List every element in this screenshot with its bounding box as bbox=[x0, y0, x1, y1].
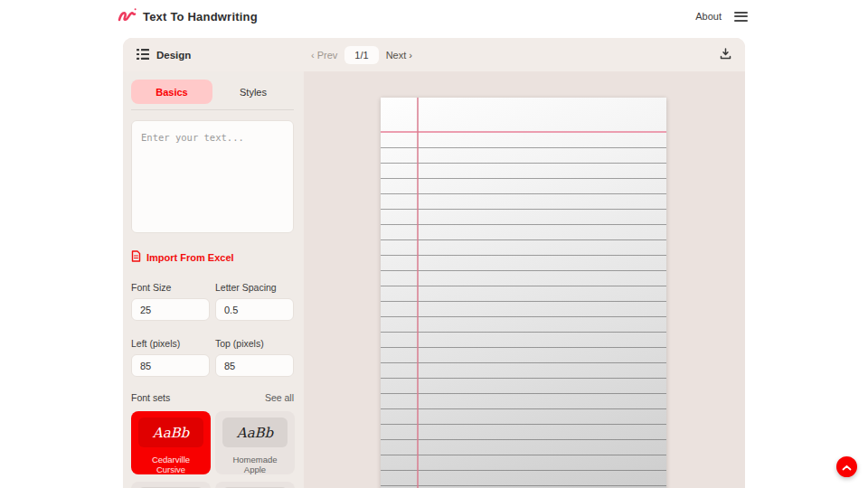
font-sample-text: AaBb bbox=[153, 425, 189, 441]
top-pixels-label: Top (pixels) bbox=[215, 338, 294, 349]
tab-basics[interactable]: Basics bbox=[131, 80, 212, 104]
app-container: Design ‹ Prev 1/1 Next › bbox=[123, 38, 745, 488]
toolbar-right bbox=[720, 48, 731, 62]
content: Basics Styles Import From Excel bbox=[123, 71, 745, 488]
pagination: ‹ Prev 1/1 Next › bbox=[311, 38, 412, 71]
header-actions: About bbox=[695, 11, 748, 22]
font-sample-swatch: AaBb bbox=[222, 418, 288, 447]
hamburger-menu-icon[interactable] bbox=[734, 12, 748, 22]
sidebar: Basics Styles Import From Excel bbox=[123, 71, 304, 488]
tab-styles[interactable]: Styles bbox=[212, 80, 294, 104]
ruled-lines bbox=[381, 133, 666, 488]
font-card-partial[interactable] bbox=[215, 482, 295, 488]
chevron-up-icon bbox=[842, 460, 852, 474]
import-label: Import From Excel bbox=[146, 252, 234, 263]
page: Text To Handwriting About bbox=[0, 0, 868, 488]
text-input[interactable] bbox=[131, 120, 294, 233]
font-card-cedarville-cursive[interactable]: AaBb Cedarville Cursive bbox=[131, 411, 211, 474]
font-card-name: Homemade Apple bbox=[222, 455, 288, 474]
logo-icon bbox=[118, 7, 137, 26]
import-from-excel-button[interactable]: Import From Excel bbox=[131, 249, 294, 266]
download-button[interactable] bbox=[720, 48, 731, 62]
font-size-input[interactable] bbox=[131, 298, 210, 321]
scroll-to-top-button[interactable] bbox=[836, 456, 857, 477]
letter-spacing-label: Letter Spacing bbox=[215, 282, 294, 293]
letter-spacing-input[interactable] bbox=[215, 298, 294, 321]
top-margin-line bbox=[381, 131, 666, 133]
font-sets-label: Font sets bbox=[131, 392, 170, 403]
divider bbox=[131, 109, 294, 110]
preview-canvas bbox=[304, 71, 745, 488]
next-button[interactable]: Next › bbox=[386, 50, 412, 61]
left-pixels-input[interactable] bbox=[131, 354, 210, 377]
font-cards-grid: AaBb Cedarville Cursive AaBb Homemade Ap… bbox=[131, 411, 294, 488]
app-header: Text To Handwriting About bbox=[0, 0, 868, 33]
left-margin-line bbox=[417, 98, 419, 488]
about-link[interactable]: About bbox=[695, 11, 722, 22]
font-size-label: Font Size bbox=[131, 282, 210, 293]
see-all-link[interactable]: See all bbox=[265, 392, 294, 403]
download-icon bbox=[720, 48, 731, 62]
handwriting-paper-preview[interactable] bbox=[381, 98, 666, 488]
field-row-1: Font Size Letter Spacing bbox=[131, 282, 294, 321]
design-label: Design bbox=[156, 50, 191, 61]
font-card-homemade-apple[interactable]: AaBb Homemade Apple bbox=[215, 411, 295, 474]
design-section[interactable]: Design bbox=[137, 47, 191, 63]
font-card-name: Cedarville Cursive bbox=[138, 455, 203, 474]
font-sample-swatch: AaBb bbox=[138, 418, 203, 447]
tab-bar: Basics Styles bbox=[131, 80, 294, 104]
prev-button[interactable]: ‹ Prev bbox=[311, 50, 337, 61]
toolbar: Design ‹ Prev 1/1 Next › bbox=[123, 38, 745, 71]
page-indicator: 1/1 bbox=[344, 46, 378, 64]
top-pixels-input[interactable] bbox=[215, 354, 294, 377]
brand: Text To Handwriting bbox=[118, 7, 258, 26]
field-row-2: Left (pixels) Top (pixels) bbox=[131, 338, 294, 377]
font-card-partial[interactable] bbox=[131, 482, 211, 488]
font-sets-header: Font sets See all bbox=[131, 392, 294, 403]
page-title: Text To Handwriting bbox=[143, 10, 258, 23]
file-icon bbox=[131, 249, 141, 266]
font-sample-text: AaBb bbox=[237, 425, 273, 441]
left-pixels-label: Left (pixels) bbox=[131, 338, 210, 349]
list-icon bbox=[137, 47, 149, 63]
